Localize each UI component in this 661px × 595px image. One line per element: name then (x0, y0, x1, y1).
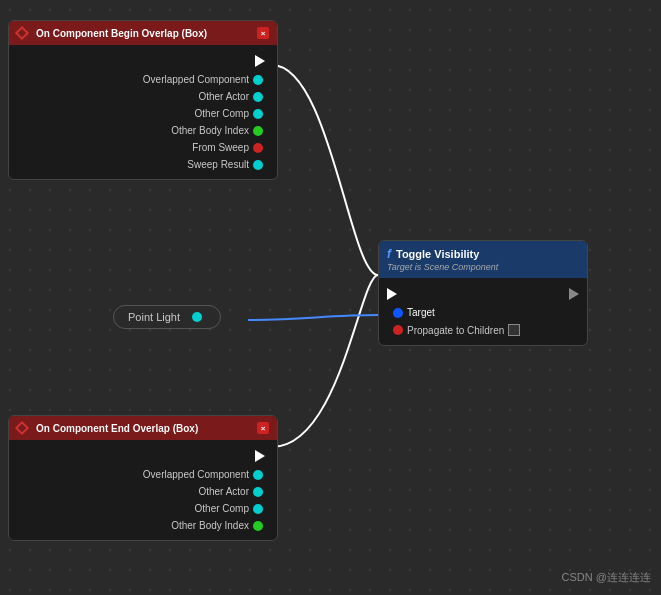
function-icon: f (387, 247, 391, 261)
begin-overlap-header: On Component Begin Overlap (Box) × (9, 21, 277, 45)
pin-end-dot-comp (253, 504, 263, 514)
toggle-title-row: f Toggle Visibility (387, 247, 479, 261)
pin-end-body-index: Other Body Index (9, 517, 277, 534)
toggle-visibility-title: Toggle Visibility (396, 248, 479, 260)
pin-propagate: Propagate to Children (379, 321, 587, 339)
pin-end-dot-body (253, 521, 263, 531)
pin-overlapped-component: Overlapped Component (9, 71, 277, 88)
end-overlap-node: On Component End Overlap (Box) × Overlap… (8, 415, 278, 541)
pin-end-other-actor: Other Actor (9, 483, 277, 500)
begin-overlap-exec-out (9, 51, 277, 71)
end-exec-out-arrow (255, 450, 265, 462)
point-light-node[interactable]: Point Light (113, 305, 221, 329)
pin-dot-body (253, 126, 263, 136)
pin-other-body-index: Other Body Index (9, 122, 277, 139)
propagate-checkbox[interactable] (508, 324, 520, 336)
end-overlap-title: On Component End Overlap (Box) (36, 423, 198, 434)
toggle-visibility-header: f Toggle Visibility Target is Scene Comp… (379, 241, 587, 278)
point-light-output-pin (192, 312, 202, 322)
pin-target: Target (379, 304, 587, 321)
pin-dot-sweep (253, 143, 263, 153)
end-overlap-close[interactable]: × (257, 422, 269, 434)
toggle-visibility-body: Target Propagate to Children (379, 278, 587, 345)
toggle-exec-in (387, 288, 397, 300)
begin-overlap-close[interactable]: × (257, 27, 269, 39)
pin-sweep-result: Sweep Result (9, 156, 277, 173)
pin-end-dot-overlapped (253, 470, 263, 480)
begin-overlap-node: On Component Begin Overlap (Box) × Overl… (8, 20, 278, 180)
toggle-visibility-node: f Toggle Visibility Target is Scene Comp… (378, 240, 588, 346)
pin-propagate-dot (393, 325, 403, 335)
pin-other-actor: Other Actor (9, 88, 277, 105)
end-overlap-header: On Component End Overlap (Box) × (9, 416, 277, 440)
toggle-exec-out (569, 288, 579, 300)
pin-dot-result (253, 160, 263, 170)
begin-overlap-icon (15, 26, 29, 40)
pin-dot-overlapped (253, 75, 263, 85)
point-light-label: Point Light (128, 311, 180, 323)
begin-overlap-body: Overlapped Component Other Actor Other C… (9, 45, 277, 179)
watermark: CSDN @连连连连 (562, 570, 651, 585)
end-overlap-body: Overlapped Component Other Actor Other C… (9, 440, 277, 540)
exec-out-arrow (255, 55, 265, 67)
end-overlap-icon (15, 421, 29, 435)
pin-from-sweep: From Sweep (9, 139, 277, 156)
pin-target-dot (393, 308, 403, 318)
toggle-visibility-subtitle: Target is Scene Component (387, 262, 498, 272)
end-overlap-exec-out (9, 446, 277, 466)
pin-end-other-comp: Other Comp (9, 500, 277, 517)
pin-end-dot-actor (253, 487, 263, 497)
begin-overlap-title: On Component Begin Overlap (Box) (36, 28, 207, 39)
pin-dot-actor (253, 92, 263, 102)
pin-dot-comp (253, 109, 263, 119)
pin-other-comp: Other Comp (9, 105, 277, 122)
pin-end-overlapped: Overlapped Component (9, 466, 277, 483)
